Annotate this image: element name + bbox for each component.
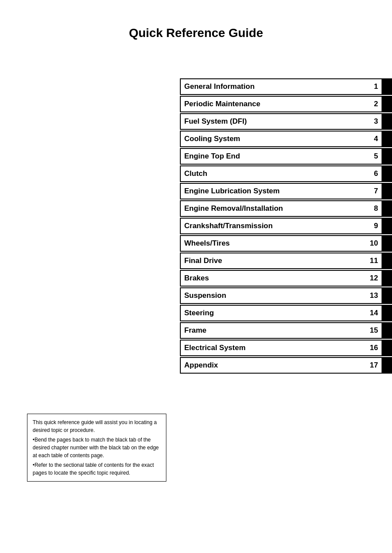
toc-item-label: Clutch bbox=[181, 169, 368, 178]
toc-item-number: 16 bbox=[368, 344, 382, 352]
toc-item-label: Cooling System bbox=[181, 135, 368, 143]
toc-item-number: 4 bbox=[368, 135, 382, 143]
toc-item-tab bbox=[382, 148, 391, 165]
toc-item-label: Brakes bbox=[181, 274, 368, 283]
toc-item-label: Steering bbox=[181, 309, 368, 317]
toc-item[interactable]: Cooling System4 bbox=[180, 131, 392, 147]
toc-item[interactable]: Clutch6 bbox=[180, 165, 392, 182]
toc-item-tab bbox=[382, 287, 391, 304]
info-box-bullet2: •Refer to the sectional table of content… bbox=[33, 461, 161, 477]
toc-item-tab bbox=[382, 235, 391, 252]
page-title: Quick Reference Guide bbox=[0, 0, 392, 57]
toc-item-number: 1 bbox=[368, 82, 382, 91]
toc-item-number: 9 bbox=[368, 222, 382, 230]
info-box-bullet1: •Bend the pages back to match the black … bbox=[33, 436, 161, 459]
toc-item-tab bbox=[382, 340, 391, 356]
toc-item[interactable]: Electrical System16 bbox=[180, 340, 392, 356]
toc-item[interactable]: Engine Top End5 bbox=[180, 148, 392, 165]
toc-item-number: 2 bbox=[368, 100, 382, 108]
toc-item-label: Wheels/Tires bbox=[181, 239, 368, 248]
toc-item-tab bbox=[382, 183, 391, 199]
toc-item-tab bbox=[382, 322, 391, 339]
toc-item-number: 17 bbox=[368, 361, 382, 370]
toc-item-tab bbox=[382, 357, 391, 374]
toc-item[interactable]: Frame15 bbox=[180, 322, 392, 339]
toc-item-number: 5 bbox=[368, 152, 382, 161]
toc-item-label: Crankshaft/Transmission bbox=[181, 222, 368, 230]
toc-item-label: Fuel System (DFI) bbox=[181, 117, 368, 126]
toc-item-label: Engine Lubrication System bbox=[181, 187, 368, 196]
toc-item[interactable]: Crankshaft/Transmission9 bbox=[180, 218, 392, 234]
toc-item-number: 7 bbox=[368, 187, 382, 196]
toc-item-number: 15 bbox=[368, 326, 382, 335]
toc-item-number: 3 bbox=[368, 117, 382, 126]
toc-item[interactable]: General Information1 bbox=[180, 78, 392, 95]
toc-item-label: Engine Top End bbox=[181, 152, 368, 161]
toc-item-number: 8 bbox=[368, 204, 382, 213]
toc-item[interactable]: Engine Lubrication System7 bbox=[180, 183, 392, 199]
toc-item[interactable]: Brakes12 bbox=[180, 270, 392, 287]
toc-item[interactable]: Fuel System (DFI)3 bbox=[180, 113, 392, 130]
toc-item-number: 11 bbox=[368, 256, 382, 265]
toc-item-tab bbox=[382, 96, 391, 112]
toc-item[interactable]: Steering14 bbox=[180, 305, 392, 321]
toc-item-tab bbox=[382, 305, 391, 321]
toc-item-label: Electrical System bbox=[181, 344, 368, 352]
toc-item-tab bbox=[382, 165, 391, 182]
toc-item-tab bbox=[382, 113, 391, 130]
toc-item-number: 6 bbox=[368, 169, 382, 178]
toc-item-label: General Information bbox=[181, 82, 368, 91]
toc-item-tab bbox=[382, 270, 391, 287]
info-box: This quick reference guide will assist y… bbox=[27, 414, 166, 482]
toc-item-tab bbox=[382, 253, 391, 269]
toc-item-label: Final Drive bbox=[181, 256, 368, 265]
toc-item[interactable]: Final Drive11 bbox=[180, 253, 392, 269]
toc-item-number: 12 bbox=[368, 274, 382, 283]
toc-item-tab bbox=[382, 200, 391, 217]
toc-item-number: 14 bbox=[368, 309, 382, 317]
toc-item-number: 10 bbox=[368, 239, 382, 248]
toc-item-tab bbox=[382, 131, 391, 147]
toc-item-label: Periodic Maintenance bbox=[181, 100, 368, 108]
toc-item-tab bbox=[382, 218, 391, 234]
toc-item[interactable]: Periodic Maintenance2 bbox=[180, 96, 392, 112]
toc-item-label: Engine Removal/Installation bbox=[181, 204, 368, 213]
toc-item[interactable]: Engine Removal/Installation8 bbox=[180, 200, 392, 217]
toc-item-label: Frame bbox=[181, 326, 368, 335]
toc-item-number: 13 bbox=[368, 291, 382, 300]
toc-item[interactable]: Wheels/Tires10 bbox=[180, 235, 392, 252]
toc-item-label: Suspension bbox=[181, 291, 368, 300]
toc-item-tab bbox=[382, 78, 391, 95]
toc-container: General Information1Periodic Maintenance… bbox=[180, 78, 392, 374]
toc-item-label: Appendix bbox=[181, 361, 368, 370]
toc-item[interactable]: Suspension13 bbox=[180, 287, 392, 304]
toc-item[interactable]: Appendix17 bbox=[180, 357, 392, 374]
info-box-intro: This quick reference guide will assist y… bbox=[33, 419, 157, 433]
